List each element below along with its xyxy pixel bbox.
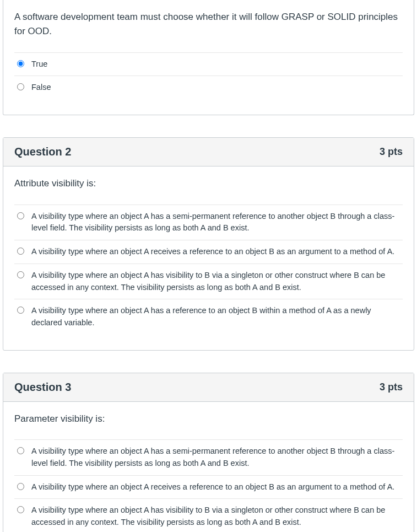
q2-radio-0[interactable] — [17, 212, 24, 219]
question-3-header: Question 3 3 pts — [3, 373, 414, 402]
question-1-card: A software development team must choose … — [3, 0, 414, 115]
q2-option-1-text: A visibility type where an object A rece… — [31, 246, 394, 258]
q2-option-2-text: A visibility type where an object A has … — [31, 270, 403, 294]
q2-option-1[interactable]: A visibility type where an object A rece… — [14, 240, 403, 264]
q3-option-0-text: A visibility type where an object A has … — [31, 445, 403, 470]
q3-radio-0[interactable] — [17, 447, 24, 454]
question-3-card: Question 3 3 pts Parameter visibility is… — [3, 373, 414, 532]
question-2-header: Question 2 3 pts — [3, 138, 414, 166]
q2-option-3[interactable]: A visibility type where an object A has … — [14, 299, 403, 335]
question-1-prompt: A software development team must choose … — [14, 10, 403, 39]
q1-option-1-text: False — [31, 82, 51, 94]
q3-option-1-text: A visibility type where an object A rece… — [31, 481, 394, 493]
question-3-answers: A visibility type where an object A has … — [14, 439, 403, 532]
question-2-card: Question 2 3 pts Attribute visibility is… — [3, 137, 414, 351]
q3-option-1[interactable]: A visibility type where an object A rece… — [14, 476, 403, 499]
q2-radio-3[interactable] — [17, 307, 24, 314]
q3-option-0[interactable]: A visibility type where an object A has … — [14, 440, 403, 476]
question-2-answers: A visibility type where an object A has … — [14, 205, 403, 335]
question-3-body: Parameter visibility is: A visibility ty… — [3, 402, 414, 532]
question-2-prompt: Attribute visibility is: — [14, 176, 403, 191]
q3-option-2-text: A visibility type where an object A has … — [31, 504, 403, 529]
q1-option-1[interactable]: False — [14, 76, 403, 99]
q3-radio-2[interactable] — [17, 506, 24, 513]
q2-radio-2[interactable] — [17, 271, 24, 278]
q3-radio-1[interactable] — [17, 483, 24, 490]
question-1-body: A software development team must choose … — [3, 0, 414, 115]
q1-option-0-text: True — [31, 58, 47, 71]
q1-option-0[interactable]: True — [14, 53, 403, 77]
question-3-title: Question 3 — [14, 381, 71, 394]
q2-radio-1[interactable] — [17, 248, 24, 255]
question-2-title: Question 2 — [14, 146, 71, 158]
question-2-points: 3 pts — [380, 146, 403, 158]
question-2-body: Attribute visibility is: A visibility ty… — [3, 166, 414, 350]
q1-radio-0[interactable] — [17, 60, 24, 67]
q2-option-2[interactable]: A visibility type where an object A has … — [14, 264, 403, 300]
q3-option-2[interactable]: A visibility type where an object A has … — [14, 499, 403, 532]
question-3-points: 3 pts — [380, 381, 403, 393]
q2-option-3-text: A visibility type where an object A has … — [31, 305, 403, 329]
q2-option-0-text: A visibility type where an object A has … — [31, 211, 403, 235]
question-3-prompt: Parameter visibility is: — [14, 412, 403, 426]
q2-option-0[interactable]: A visibility type where an object A has … — [14, 205, 403, 241]
question-1-answers: True False — [14, 52, 403, 100]
q1-radio-1[interactable] — [17, 83, 24, 90]
